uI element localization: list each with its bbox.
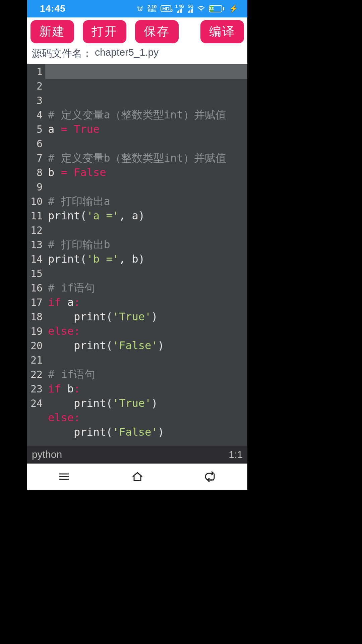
token: print: [74, 310, 106, 323]
token: 'True': [113, 310, 152, 323]
code-line[interactable]: # if语句: [48, 281, 247, 295]
token: a: [48, 123, 61, 136]
charging-icon: ⚡: [229, 4, 238, 13]
token: ): [158, 426, 164, 438]
filename-value: chapter5_1.py: [95, 47, 159, 60]
token: [67, 123, 74, 136]
cursor-position: 1:1: [229, 449, 243, 460]
token: # if语句: [48, 281, 95, 294]
token: (: [106, 310, 112, 323]
code-line[interactable]: [48, 353, 247, 367]
status-bar: 14:45 2.10 KB/s HD2 1 4G 5G: [27, 0, 247, 17]
token: b: [48, 166, 61, 179]
token: :: [74, 296, 80, 309]
battery-icon: 33: [209, 5, 224, 12]
token: 'False': [113, 339, 158, 352]
token: True: [74, 123, 100, 136]
token: if: [48, 382, 61, 395]
token: 'a =': [87, 209, 119, 222]
line-number: 11: [27, 209, 43, 223]
token: False: [74, 166, 106, 179]
code-line[interactable]: else:: [48, 324, 247, 338]
token: else: [48, 325, 74, 337]
line-number: 6: [27, 137, 43, 151]
token: print: [74, 426, 106, 438]
token: ): [151, 397, 158, 410]
status-icons: 2.10 KB/s HD2 1 4G 5G 33 ⚡: [137, 4, 238, 13]
token: ,: [119, 253, 132, 265]
compile-button[interactable]: 编译: [200, 20, 244, 43]
token: # 打印输出b: [48, 238, 110, 251]
signal-1: 1 4G: [175, 5, 184, 13]
token: 'b =': [87, 253, 119, 265]
token: :: [74, 382, 80, 395]
new-button[interactable]: 新建: [31, 20, 74, 43]
line-number: 14: [27, 252, 43, 266]
token: else: [48, 411, 74, 424]
line-number: 23: [27, 382, 43, 396]
code-line[interactable]: print('b =', b): [48, 252, 247, 266]
token: a: [132, 209, 138, 222]
code-line[interactable]: # 打印输出b: [48, 237, 247, 252]
line-number: 15: [27, 266, 43, 281]
back-icon[interactable]: [204, 470, 218, 483]
code-line[interactable]: # 定义变量b（整数类型int）并赋值: [48, 151, 247, 165]
token: print: [48, 253, 80, 265]
code-line[interactable]: [48, 137, 247, 151]
token: 'True': [113, 397, 152, 410]
token: print: [48, 209, 80, 222]
phone-frame: 14:45 2.10 KB/s HD2 1 4G 5G: [27, 0, 247, 490]
code-line[interactable]: [48, 266, 247, 281]
token: b: [61, 382, 74, 395]
line-number: 4: [27, 108, 43, 122]
code-area[interactable]: # 定义变量a（整数类型int）并赋值a = True# 定义变量b（整数类型i…: [45, 64, 247, 446]
token: (: [106, 339, 112, 352]
line-number: 20: [27, 338, 43, 353]
save-button[interactable]: 保存: [135, 20, 179, 43]
code-line[interactable]: else:: [48, 411, 247, 425]
line-number: 16: [27, 281, 43, 295]
code-line[interactable]: print('False'): [48, 425, 247, 439]
line-number: 13: [27, 237, 43, 252]
recents-icon[interactable]: [57, 470, 71, 483]
code-line[interactable]: print('a =', a): [48, 209, 247, 223]
code-line[interactable]: [48, 180, 247, 194]
line-number: 2: [27, 79, 43, 93]
line-number: 22: [27, 367, 43, 382]
line-gutter: 123456789101112131415161718192021222324: [27, 64, 45, 446]
token: [48, 426, 74, 438]
token: 'False': [113, 426, 158, 438]
line-number: 10: [27, 194, 43, 209]
token: (: [106, 397, 112, 410]
line-number: 24: [27, 396, 43, 411]
toolbar: 新建 打开 保存 编译: [27, 17, 247, 45]
token: a: [61, 296, 74, 309]
code-line[interactable]: if b:: [48, 382, 247, 396]
hd-badge: HD2: [161, 5, 171, 12]
code-line[interactable]: # 打印输出a: [48, 194, 247, 209]
token: =: [61, 123, 67, 136]
signal-2: 5G: [188, 5, 193, 13]
code-line[interactable]: [48, 223, 247, 237]
code-line[interactable]: print('False'): [48, 338, 247, 353]
code-line[interactable]: # if语句: [48, 367, 247, 382]
code-line[interactable]: print('True'): [48, 310, 247, 324]
token: (: [80, 253, 86, 265]
code-line[interactable]: # 定义变量a（整数类型int）并赋值: [48, 108, 247, 122]
code-line[interactable]: print('True'): [48, 396, 247, 411]
wifi-icon: [197, 5, 205, 12]
token: [48, 339, 74, 352]
code-line[interactable]: b = False: [48, 165, 247, 180]
code-editor[interactable]: 123456789101112131415161718192021222324 …: [27, 64, 247, 446]
open-button[interactable]: 打开: [83, 20, 126, 43]
code-line[interactable]: [48, 439, 247, 446]
svg-point-1: [201, 10, 202, 11]
line-number: 18: [27, 310, 43, 324]
token: [48, 310, 74, 323]
line-number: 8: [27, 165, 43, 180]
code-line[interactable]: a = True: [48, 122, 247, 137]
token: print: [74, 397, 106, 410]
code-line[interactable]: if a:: [48, 295, 247, 310]
home-icon[interactable]: [131, 470, 144, 483]
line-number: 17: [27, 295, 43, 310]
